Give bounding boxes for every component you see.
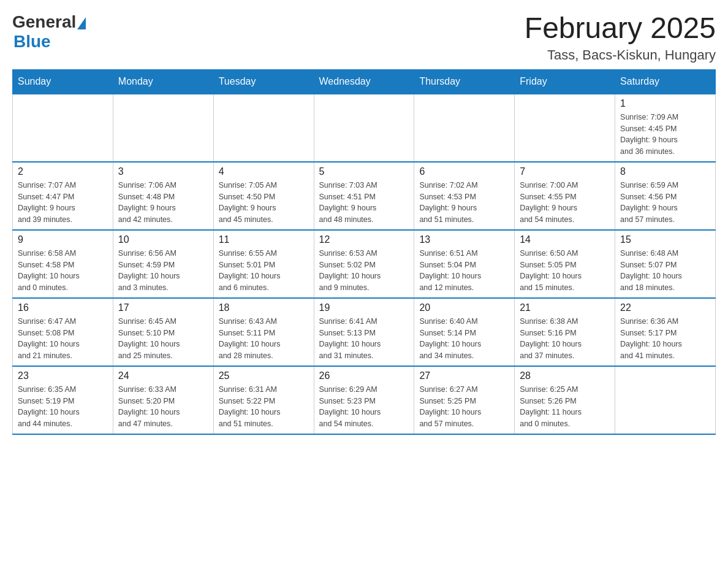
day-number: 12 (319, 234, 409, 245)
day-info: Sunrise: 6:31 AM Sunset: 5:22 PM Dayligh… (219, 384, 309, 430)
day-info: Sunrise: 6:41 AM Sunset: 5:13 PM Dayligh… (319, 316, 409, 362)
day-number: 28 (520, 370, 610, 381)
day-info: Sunrise: 6:47 AM Sunset: 5:08 PM Dayligh… (18, 316, 108, 362)
calendar-cell: 7Sunrise: 7:00 AM Sunset: 4:55 PM Daylig… (515, 162, 615, 230)
day-number: 27 (419, 370, 509, 381)
day-info: Sunrise: 6:45 AM Sunset: 5:10 PM Dayligh… (118, 316, 208, 362)
calendar-header-tuesday: Tuesday (213, 69, 314, 94)
calendar-cell: 3Sunrise: 7:06 AM Sunset: 4:48 PM Daylig… (113, 162, 213, 230)
calendar-week-3: 9Sunrise: 6:58 AM Sunset: 4:58 PM Daylig… (13, 230, 716, 298)
calendar-header-sunday: Sunday (13, 69, 113, 94)
day-number: 14 (520, 234, 610, 245)
day-number: 15 (620, 234, 710, 245)
calendar-cell: 27Sunrise: 6:27 AM Sunset: 5:25 PM Dayli… (414, 366, 515, 434)
calendar-cell: 17Sunrise: 6:45 AM Sunset: 5:10 PM Dayli… (113, 298, 213, 366)
calendar-cell: 28Sunrise: 6:25 AM Sunset: 5:26 PM Dayli… (515, 366, 615, 434)
day-info: Sunrise: 6:33 AM Sunset: 5:20 PM Dayligh… (118, 384, 208, 430)
day-number: 4 (219, 166, 309, 177)
day-number: 11 (219, 234, 309, 245)
calendar-cell: 26Sunrise: 6:29 AM Sunset: 5:23 PM Dayli… (314, 366, 414, 434)
calendar-cell (13, 94, 113, 162)
day-info: Sunrise: 6:36 AM Sunset: 5:17 PM Dayligh… (620, 316, 710, 362)
day-number: 25 (219, 370, 309, 381)
day-number: 24 (118, 370, 208, 381)
calendar-header-saturday: Saturday (615, 69, 716, 94)
day-info: Sunrise: 6:59 AM Sunset: 4:56 PM Dayligh… (620, 180, 710, 226)
day-info: Sunrise: 7:07 AM Sunset: 4:47 PM Dayligh… (18, 180, 108, 226)
day-number: 18 (219, 302, 309, 313)
logo-general-text: General (12, 12, 76, 32)
calendar-cell: 10Sunrise: 6:56 AM Sunset: 4:59 PM Dayli… (113, 230, 213, 298)
calendar-cell: 20Sunrise: 6:40 AM Sunset: 5:14 PM Dayli… (414, 298, 515, 366)
calendar-cell: 19Sunrise: 6:41 AM Sunset: 5:13 PM Dayli… (314, 298, 414, 366)
calendar-cell: 25Sunrise: 6:31 AM Sunset: 5:22 PM Dayli… (213, 366, 314, 434)
day-info: Sunrise: 6:27 AM Sunset: 5:25 PM Dayligh… (419, 384, 509, 430)
calendar-cell: 5Sunrise: 7:03 AM Sunset: 4:51 PM Daylig… (314, 162, 414, 230)
calendar-cell (314, 94, 414, 162)
calendar-cell: 18Sunrise: 6:43 AM Sunset: 5:11 PM Dayli… (213, 298, 314, 366)
day-info: Sunrise: 6:48 AM Sunset: 5:07 PM Dayligh… (620, 248, 710, 294)
calendar-header-wednesday: Wednesday (314, 69, 414, 94)
day-number: 19 (319, 302, 409, 313)
day-info: Sunrise: 6:58 AM Sunset: 4:58 PM Dayligh… (18, 248, 108, 294)
logo: General Blue (12, 12, 86, 52)
calendar-cell (213, 94, 314, 162)
calendar-cell: 15Sunrise: 6:48 AM Sunset: 5:07 PM Dayli… (615, 230, 716, 298)
calendar-cell: 11Sunrise: 6:55 AM Sunset: 5:01 PM Dayli… (213, 230, 314, 298)
calendar-header-thursday: Thursday (414, 69, 515, 94)
calendar-table: SundayMondayTuesdayWednesdayThursdayFrid… (12, 69, 716, 435)
day-number: 9 (18, 234, 108, 245)
calendar-week-1: 1Sunrise: 7:09 AM Sunset: 4:45 PM Daylig… (13, 94, 716, 162)
day-number: 22 (620, 302, 710, 313)
calendar-cell: 9Sunrise: 6:58 AM Sunset: 4:58 PM Daylig… (13, 230, 113, 298)
calendar-cell (515, 94, 615, 162)
calendar-cell: 22Sunrise: 6:36 AM Sunset: 5:17 PM Dayli… (615, 298, 716, 366)
calendar-header-friday: Friday (515, 69, 615, 94)
day-info: Sunrise: 6:43 AM Sunset: 5:11 PM Dayligh… (219, 316, 309, 362)
title-section: February 2025 Tass, Bacs-Kiskun, Hungary (525, 12, 716, 63)
calendar-cell: 8Sunrise: 6:59 AM Sunset: 4:56 PM Daylig… (615, 162, 716, 230)
day-info: Sunrise: 6:25 AM Sunset: 5:26 PM Dayligh… (520, 384, 610, 430)
day-number: 10 (118, 234, 208, 245)
day-info: Sunrise: 6:56 AM Sunset: 4:59 PM Dayligh… (118, 248, 208, 294)
month-title: February 2025 (525, 12, 716, 45)
calendar-header-row: SundayMondayTuesdayWednesdayThursdayFrid… (13, 69, 716, 94)
day-number: 8 (620, 166, 710, 177)
calendar-cell: 6Sunrise: 7:02 AM Sunset: 4:53 PM Daylig… (414, 162, 515, 230)
day-info: Sunrise: 6:53 AM Sunset: 5:02 PM Dayligh… (319, 248, 409, 294)
calendar-week-2: 2Sunrise: 7:07 AM Sunset: 4:47 PM Daylig… (13, 162, 716, 230)
calendar-cell: 16Sunrise: 6:47 AM Sunset: 5:08 PM Dayli… (13, 298, 113, 366)
calendar-header-monday: Monday (113, 69, 213, 94)
day-info: Sunrise: 6:38 AM Sunset: 5:16 PM Dayligh… (520, 316, 610, 362)
day-info: Sunrise: 7:02 AM Sunset: 4:53 PM Dayligh… (419, 180, 509, 226)
calendar-cell: 23Sunrise: 6:35 AM Sunset: 5:19 PM Dayli… (13, 366, 113, 434)
day-info: Sunrise: 6:40 AM Sunset: 5:14 PM Dayligh… (419, 316, 509, 362)
day-info: Sunrise: 6:51 AM Sunset: 5:04 PM Dayligh… (419, 248, 509, 294)
calendar-cell: 21Sunrise: 6:38 AM Sunset: 5:16 PM Dayli… (515, 298, 615, 366)
day-info: Sunrise: 6:55 AM Sunset: 5:01 PM Dayligh… (219, 248, 309, 294)
calendar-cell: 12Sunrise: 6:53 AM Sunset: 5:02 PM Dayli… (314, 230, 414, 298)
day-number: 16 (18, 302, 108, 313)
day-info: Sunrise: 7:03 AM Sunset: 4:51 PM Dayligh… (319, 180, 409, 226)
location-title: Tass, Bacs-Kiskun, Hungary (525, 47, 716, 63)
day-info: Sunrise: 6:50 AM Sunset: 5:05 PM Dayligh… (520, 248, 610, 294)
calendar-cell (615, 366, 716, 434)
day-info: Sunrise: 7:09 AM Sunset: 4:45 PM Dayligh… (620, 112, 710, 158)
logo-blue-text: Blue (13, 32, 51, 52)
day-info: Sunrise: 7:06 AM Sunset: 4:48 PM Dayligh… (118, 180, 208, 226)
day-number: 1 (620, 98, 710, 109)
calendar-cell: 4Sunrise: 7:05 AM Sunset: 4:50 PM Daylig… (213, 162, 314, 230)
calendar-cell: 14Sunrise: 6:50 AM Sunset: 5:05 PM Dayli… (515, 230, 615, 298)
day-number: 26 (319, 370, 409, 381)
calendar-week-5: 23Sunrise: 6:35 AM Sunset: 5:19 PM Dayli… (13, 366, 716, 434)
day-number: 21 (520, 302, 610, 313)
day-number: 7 (520, 166, 610, 177)
logo-triangle-icon (77, 17, 86, 29)
calendar-week-4: 16Sunrise: 6:47 AM Sunset: 5:08 PM Dayli… (13, 298, 716, 366)
day-number: 2 (18, 166, 108, 177)
day-number: 13 (419, 234, 509, 245)
calendar-cell: 24Sunrise: 6:33 AM Sunset: 5:20 PM Dayli… (113, 366, 213, 434)
day-number: 23 (18, 370, 108, 381)
calendar-cell: 2Sunrise: 7:07 AM Sunset: 4:47 PM Daylig… (13, 162, 113, 230)
calendar-cell: 13Sunrise: 6:51 AM Sunset: 5:04 PM Dayli… (414, 230, 515, 298)
